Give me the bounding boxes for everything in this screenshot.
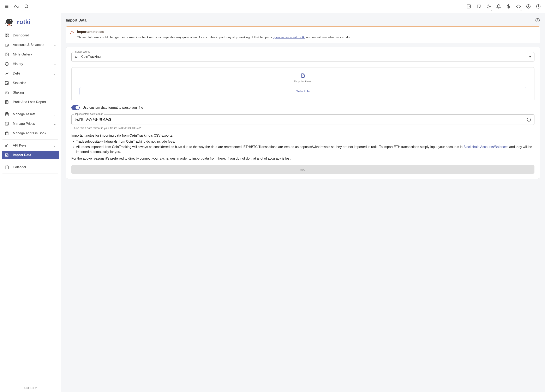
custom-date-toggle-row: Use custom date format to parse your fil… — [71, 105, 534, 110]
chevron-down-icon: ⌄ — [53, 122, 56, 126]
chevron-down-icon: ⌄ — [490, 9, 492, 11]
note-icon[interactable] — [476, 4, 481, 9]
theme-icon[interactable]: ⌄ — [486, 4, 491, 9]
rotki-logo-icon — [4, 18, 14, 26]
sidebar-item-address-book[interactable]: Manage Address Book — [2, 129, 59, 138]
svg-rect-27 — [5, 34, 7, 35]
blockchain-accounts-link[interactable]: Blockchain Accounts/Balances — [464, 145, 508, 149]
search-icon[interactable] — [24, 4, 29, 9]
info-icon[interactable] — [527, 118, 531, 122]
notes-intro: Important notes for importing data from … — [71, 134, 534, 137]
source-field: Select source CT CoinTracking ▾ — [71, 52, 534, 62]
chevron-down-icon: ⌄ — [53, 144, 56, 148]
help-icon[interactable] — [536, 4, 541, 9]
import-button[interactable]: Import — [71, 165, 534, 174]
chevron-down-icon: ⌄ — [53, 72, 56, 75]
image-icon — [5, 52, 9, 57]
cloud-off-icon[interactable] — [14, 4, 19, 9]
svg-rect-30 — [7, 36, 8, 37]
sidebar-item-label: Profit And Loss Report — [13, 100, 46, 104]
sidebar-item-api-keys[interactable]: API Keys ⌄ — [2, 141, 59, 150]
svg-point-32 — [7, 45, 8, 45]
sidebar-item-label: Manage Address Book — [13, 131, 46, 135]
source-select[interactable]: CT CoinTracking ▾ — [71, 52, 534, 62]
import-icon — [5, 153, 9, 157]
page-header: Import Data — [66, 18, 540, 23]
sidebar-item-label: Accounts & Balances — [13, 43, 44, 47]
chevron-down-icon: ⌄ — [53, 112, 56, 116]
menu-icon[interactable] — [4, 4, 9, 9]
sidebar-item-statistics[interactable]: Statistics — [2, 79, 59, 87]
toggle-label: Use custom date format to parse your fil… — [83, 106, 143, 110]
calendar-icon — [5, 165, 9, 169]
currency-icon[interactable] — [506, 4, 511, 9]
date-format-hint: Use this if date format in your file is:… — [74, 126, 534, 130]
notes-bullet: Trades/deposits/withdrawals from CoinTra… — [76, 139, 534, 144]
chevron-down-icon: ⌄ — [53, 43, 56, 47]
notes-footer: For the above reasons it's preferred to … — [71, 156, 534, 161]
history-icon — [5, 62, 9, 66]
sidebar-item-manage-prices[interactable]: Manage Prices ⌄ — [2, 119, 59, 128]
svg-rect-28 — [7, 34, 8, 35]
custom-date-toggle[interactable] — [71, 105, 80, 110]
help-icon[interactable] — [535, 18, 540, 23]
sidebar-item-label: API Keys — [13, 144, 26, 147]
eye-icon[interactable]: ⌄ — [516, 4, 521, 9]
svg-point-26 — [11, 25, 12, 26]
svg-point-4 — [25, 5, 28, 8]
sidebar-item-label: Staking — [13, 91, 24, 94]
brand: rotki — [0, 16, 61, 31]
date-format-field: Input custom date format — [71, 114, 534, 125]
date-format-input[interactable] — [75, 118, 527, 121]
sidebar-item-manage-assets[interactable]: Manage Assets ⌄ — [2, 110, 59, 118]
select-file-button[interactable]: Select file — [80, 87, 526, 95]
svg-line-5 — [27, 7, 28, 8]
bar-chart-icon — [5, 81, 9, 85]
notice-link[interactable]: open an issue with rotki — [273, 35, 305, 39]
wallet-icon — [5, 43, 9, 47]
sidebar-item-label: Manage Prices — [13, 122, 35, 126]
sidebar-item-label: DeFi — [13, 72, 20, 75]
notes-text: 's CSV exports. — [150, 134, 173, 137]
sidebar-item-defi[interactable]: DeFi ⌄ — [2, 69, 59, 78]
brand-name: rotki — [17, 19, 31, 25]
sidebar-item-label: Import Data — [13, 153, 31, 157]
divider — [2, 161, 58, 161]
code-icon[interactable] — [466, 4, 471, 9]
important-notice: Important notice: Those platforms could … — [66, 26, 540, 43]
date-format-label: Input custom date format — [74, 112, 104, 116]
import-card: Select source CT CoinTracking ▾ Drop the… — [66, 47, 540, 179]
report-icon — [5, 100, 9, 104]
file-dropzone[interactable]: Drop the file or Select file — [71, 67, 534, 101]
prices-icon — [5, 121, 9, 126]
warning-icon — [70, 31, 74, 40]
divider — [2, 173, 58, 174]
notes-bold: CoinTracking — [130, 134, 150, 137]
sidebar-item-history[interactable]: History ⌄ — [2, 60, 59, 68]
sidebar-item-label: Calendar — [13, 165, 26, 169]
notice-title: Important notice: — [77, 30, 351, 34]
sidebar-item-nfts-gallery[interactable]: NFTs Gallery — [2, 50, 59, 59]
book-icon — [5, 131, 9, 136]
svg-rect-29 — [5, 36, 7, 37]
svg-point-23 — [10, 20, 11, 21]
sidebar-item-label: Manage Assets — [13, 112, 35, 116]
bell-icon[interactable] — [496, 4, 501, 9]
sidebar-item-calendar[interactable]: Calendar — [2, 163, 59, 172]
sidebar-item-accounts-balances[interactable]: Accounts & Balances ⌄ — [2, 41, 59, 49]
main-content: Import Data Important notice: Those plat… — [61, 13, 545, 392]
sidebar-item-label: Dashboard — [13, 34, 29, 37]
database-icon — [5, 112, 9, 117]
topbar-right: ⌄ ⌄ — [466, 4, 541, 9]
svg-point-22 — [6, 19, 13, 25]
notes-text: All trades imported from CoinTracking wi… — [76, 145, 464, 149]
user-icon[interactable] — [526, 4, 531, 9]
dropzone-text: Drop the file or — [77, 80, 528, 83]
sidebar-item-profit-loss[interactable]: Profit And Loss Report — [2, 98, 59, 106]
sidebar-nav: Dashboard Accounts & Balances ⌄ NFTs Gal… — [0, 31, 61, 384]
svg-point-17 — [518, 6, 519, 7]
sidebar-item-import-data[interactable]: Import Data — [2, 151, 59, 159]
sidebar-item-dashboard[interactable]: Dashboard — [2, 31, 59, 40]
svg-point-34 — [6, 54, 6, 54]
sidebar-item-staking[interactable]: Staking — [2, 88, 59, 97]
